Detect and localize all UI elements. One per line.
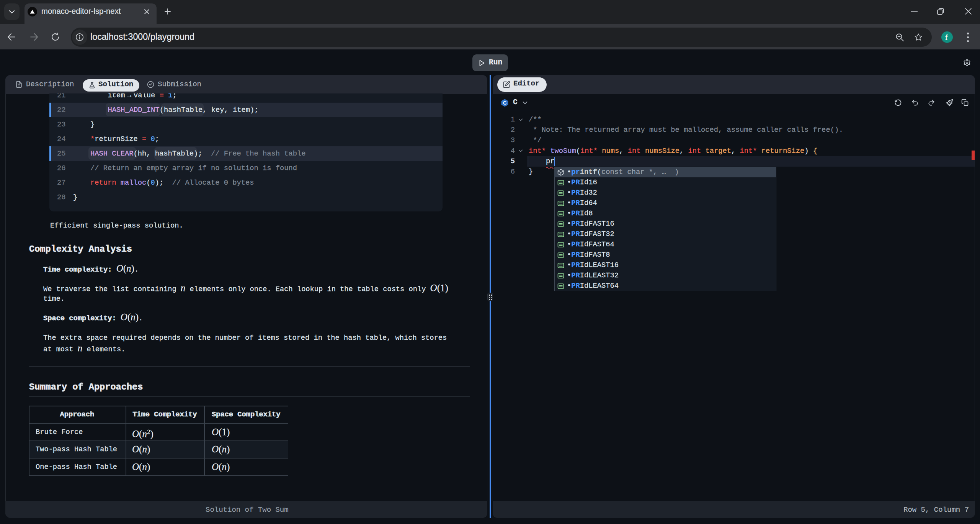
svg-text:C: C (503, 100, 507, 106)
